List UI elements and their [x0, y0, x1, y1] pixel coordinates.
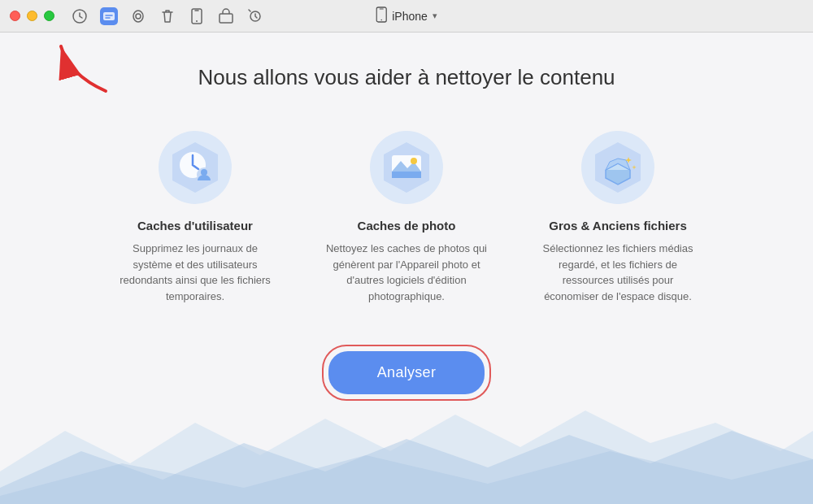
minimize-button[interactable] [27, 11, 37, 21]
svg-marker-19 [0, 411, 813, 504]
page-title: Nous allons vous aider à nettoyer le con… [198, 65, 615, 90]
clean-icon[interactable] [100, 7, 118, 25]
feature-user-cache: Caches d'utilisateur Supprimez les journ… [114, 131, 276, 304]
scan-button-highlight: Analyser [322, 345, 491, 401]
photo-cache-desc: Nettoyez les caches de photos qui génère… [325, 241, 488, 304]
feature-large-files: Gros & Anciens fichiers Sélectionnez les… [537, 131, 699, 304]
window-controls [10, 11, 54, 21]
svg-point-7 [380, 20, 382, 21]
user-cache-title: Caches d'utilisateur [137, 219, 253, 232]
bottom-decoration [0, 406, 813, 504]
user-cache-icon [159, 131, 232, 204]
close-button[interactable] [10, 11, 20, 21]
svg-rect-5 [220, 14, 233, 23]
toolbar [71, 7, 264, 25]
trash-icon[interactable] [159, 7, 176, 25]
scan-button[interactable]: Analyser [328, 351, 485, 394]
history-icon[interactable] [246, 7, 264, 25]
svg-point-17 [411, 158, 417, 164]
device-title: iPhone ▾ [376, 7, 437, 25]
large-files-icon [581, 131, 654, 204]
large-files-desc: Sélectionnez les fichiers médias regardé… [537, 241, 699, 304]
svg-rect-1 [103, 12, 115, 20]
svg-rect-16 [392, 172, 421, 178]
titlebar: iPhone ▾ [0, 0, 813, 33]
iphone-icon [376, 7, 387, 25]
fullscreen-button[interactable] [44, 11, 54, 21]
privacy-icon[interactable] [129, 7, 147, 25]
svg-point-2 [136, 14, 141, 19]
photo-cache-title: Caches de photo [358, 219, 456, 232]
chevron-down-icon[interactable]: ▾ [433, 11, 437, 21]
svg-marker-21 [0, 451, 813, 504]
feature-photo-cache: Caches de photo Nettoyez les caches de p… [325, 131, 488, 304]
user-cache-desc: Supprimez les journaux de système et des… [114, 241, 276, 304]
large-files-title: Gros & Anciens fichiers [549, 219, 687, 232]
svg-point-4 [196, 20, 198, 22]
activity-icon[interactable] [71, 7, 89, 25]
svg-point-12 [201, 169, 207, 176]
photo-cache-icon [370, 131, 443, 204]
features-row: Caches d'utilisateur Supprimez les journ… [114, 131, 699, 304]
toolkit-icon[interactable] [217, 7, 235, 25]
svg-marker-20 [0, 431, 813, 504]
main-content: Nous allons vous aider à nettoyer le con… [0, 33, 813, 504]
phone-icon[interactable] [188, 7, 206, 25]
device-name: iPhone [392, 10, 428, 23]
